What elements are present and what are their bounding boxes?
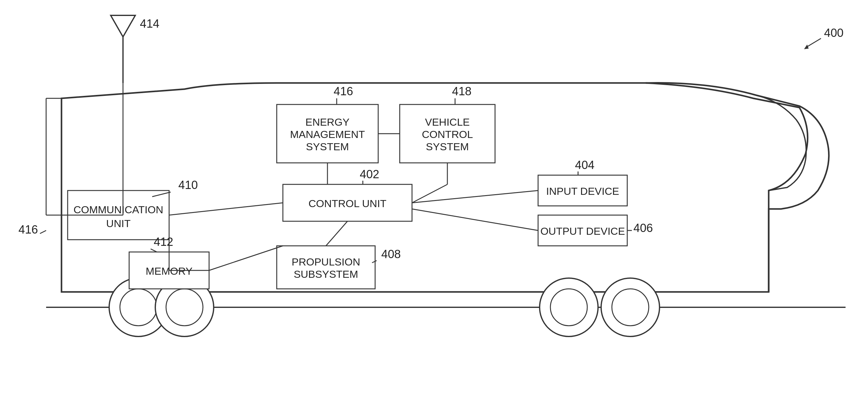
propulsion-label-2: SUBSYSTEM: [293, 268, 358, 280]
svg-point-4: [120, 289, 157, 326]
input-device-label: INPUT DEVICE: [546, 185, 619, 197]
svg-point-10: [612, 289, 649, 326]
label-414: 414: [140, 17, 159, 30]
output-device-label: OUTPUT DEVICE: [540, 225, 625, 237]
svg-line-34: [209, 246, 283, 270]
communication-unit-label-1: COMMUNICATION: [73, 204, 163, 215]
svg-line-0: [806, 38, 821, 47]
diagram-container: 400 414 COMMUNICATI: [0, 0, 868, 409]
propulsion-label-1: PROPULSION: [292, 256, 360, 268]
svg-line-26: [40, 231, 46, 234]
communication-unit-label-2: UNIT: [106, 217, 130, 229]
vcs-label-2: CONTROL: [422, 129, 473, 140]
svg-marker-1: [804, 44, 809, 49]
ems-label-2: MANAGEMENT: [290, 129, 365, 140]
label-418: 418: [452, 85, 471, 98]
label-406: 406: [633, 221, 653, 235]
svg-marker-12: [111, 15, 135, 37]
label-402: 402: [360, 168, 379, 181]
label-412: 412: [154, 235, 173, 248]
label-410: 410: [178, 178, 198, 192]
ems-label-3: SYSTEM: [306, 141, 349, 152]
label-408: 408: [381, 248, 401, 261]
svg-line-36: [412, 209, 538, 231]
svg-line-33: [326, 221, 347, 246]
vcs-label-3: SYSTEM: [426, 141, 469, 152]
figure-ref-400: 400: [824, 27, 843, 39]
ems-label-1: ENERGY: [305, 116, 350, 128]
svg-point-6: [166, 289, 203, 326]
svg-line-35: [412, 191, 538, 203]
label-404: 404: [575, 159, 594, 171]
label-416-ems: 416: [334, 85, 353, 98]
label-416-left: 416: [19, 223, 38, 236]
svg-point-8: [550, 289, 587, 326]
control-unit-label: CONTROL UNIT: [308, 198, 386, 209]
svg-line-27: [169, 203, 283, 215]
vcs-label-1: VEHICLE: [425, 116, 470, 128]
